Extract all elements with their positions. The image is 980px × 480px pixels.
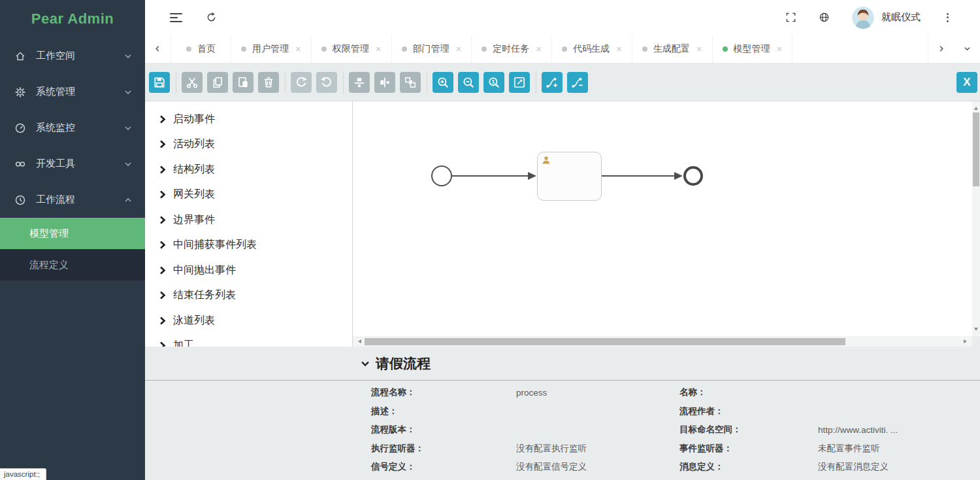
palette-category[interactable]: 泳道列表 bbox=[145, 308, 352, 334]
tab[interactable]: 用户管理 × bbox=[231, 35, 312, 63]
sidebar-item[interactable]: 系统监控 bbox=[0, 110, 145, 146]
tab-list: 首页 用户管理 × 权限管理 × 部门管理 × bbox=[171, 35, 792, 63]
bendpoint-add-icon bbox=[546, 76, 559, 89]
sidebar-item[interactable]: 工作空间 bbox=[0, 38, 145, 74]
palette-category[interactable]: 结构列表 bbox=[145, 157, 352, 182]
tab[interactable]: 部门管理 × bbox=[392, 35, 472, 63]
username: 就眠仪式 bbox=[881, 11, 921, 24]
vertical-scroll-thumb[interactable] bbox=[973, 112, 979, 186]
tab[interactable]: 权限管理 × bbox=[312, 35, 392, 63]
close-designer-button[interactable]: X bbox=[956, 72, 977, 93]
property-value[interactable]: 没有配置执行监听 bbox=[516, 443, 679, 454]
property-value[interactable]: process bbox=[516, 388, 679, 398]
property-row: 描述： 流程作者： bbox=[145, 402, 980, 421]
arrow-right-icon bbox=[159, 241, 166, 249]
tab-close-icon[interactable]: × bbox=[376, 44, 382, 54]
app-logo: Pear Admin bbox=[0, 0, 145, 38]
palette-category[interactable]: 边界事件 bbox=[145, 207, 352, 233]
align-horizontal-button[interactable] bbox=[374, 72, 395, 93]
property-value[interactable]: 未配置事件监听 bbox=[818, 443, 980, 454]
chevron-down-icon bbox=[124, 124, 132, 132]
sidebar-item-label: 工作流程 bbox=[36, 194, 124, 206]
scroll-down-icon[interactable] bbox=[974, 328, 978, 333]
sidebar-subitem[interactable]: 模型管理 bbox=[0, 218, 145, 249]
palette-category[interactable]: 加工 bbox=[145, 334, 352, 347]
property-value[interactable]: 没有配置消息定义 bbox=[818, 461, 980, 473]
scroll-up-icon[interactable] bbox=[974, 105, 978, 110]
user-task-node[interactable] bbox=[537, 152, 602, 201]
align-vertical-button[interactable] bbox=[349, 72, 370, 93]
fullscreen-icon[interactable] bbox=[785, 12, 796, 23]
bpmn-canvas[interactable] bbox=[353, 101, 972, 336]
sidebar-submenu: 模型管理流程定义 bbox=[0, 218, 145, 281]
app-window: Pear Admin 工作空间 系统管理 系统监控 bbox=[0, 0, 980, 480]
tab[interactable]: 模型管理 × bbox=[713, 35, 793, 63]
end-event-node[interactable] bbox=[683, 166, 703, 186]
palette-category[interactable]: 活动列表 bbox=[145, 132, 352, 158]
tabs-scroll-right-button[interactable] bbox=[928, 35, 954, 63]
palette-category[interactable]: 网关列表 bbox=[145, 182, 352, 208]
paste-button[interactable] bbox=[233, 72, 253, 93]
horizontal-scroll-thumb[interactable] bbox=[365, 338, 845, 345]
palette-category[interactable]: 中间捕获事件列表 bbox=[145, 233, 352, 258]
tab[interactable]: 首页 bbox=[171, 35, 231, 63]
property-row: 流程版本： 目标命名空间： http://www.activiti. ... bbox=[145, 420, 980, 439]
save-button[interactable] bbox=[149, 72, 170, 93]
arrow-right-icon bbox=[159, 317, 166, 325]
save-icon bbox=[153, 76, 166, 89]
zoom-actual-button[interactable]: 1 bbox=[483, 72, 504, 93]
palette-category-label: 活动列表 bbox=[173, 137, 215, 151]
language-globe-icon[interactable] bbox=[819, 12, 830, 23]
property-value[interactable]: 没有配置信号定义 bbox=[516, 461, 679, 473]
property-value[interactable]: http://www.activiti. ... bbox=[818, 425, 980, 435]
tab-label: 权限管理 bbox=[333, 43, 369, 55]
toolbar-divider bbox=[176, 71, 176, 94]
zoom-fit-icon bbox=[513, 76, 526, 89]
tab-label: 用户管理 bbox=[252, 43, 289, 55]
palette-category[interactable]: 结束任务列表 bbox=[145, 283, 352, 309]
zoom-fit-button[interactable] bbox=[509, 72, 530, 93]
bendpoint-remove-button[interactable] bbox=[567, 72, 588, 93]
palette-category-label: 中间抛出事件 bbox=[173, 264, 236, 277]
tab-close-icon[interactable]: × bbox=[536, 44, 542, 54]
start-event-node[interactable] bbox=[431, 165, 452, 186]
properties-panel-header[interactable]: 请假流程 bbox=[145, 347, 980, 380]
tab[interactable]: 代码生成 × bbox=[552, 35, 632, 63]
tab-close-icon[interactable]: × bbox=[456, 44, 462, 54]
tabs-scroll-left-button[interactable] bbox=[145, 35, 171, 63]
cut-button[interactable] bbox=[182, 72, 203, 93]
sidebar-item-label: 系统监控 bbox=[36, 122, 124, 134]
refresh-icon[interactable] bbox=[206, 12, 217, 23]
delete-button[interactable] bbox=[258, 72, 279, 93]
chevron-down-icon bbox=[124, 88, 132, 96]
collapse-menu-icon[interactable] bbox=[170, 13, 182, 22]
align-horizontal-icon bbox=[378, 76, 391, 89]
tab-close-icon[interactable]: × bbox=[295, 44, 301, 54]
sidebar-subitem[interactable]: 流程定义 bbox=[0, 249, 145, 281]
zoom-out-button[interactable] bbox=[458, 72, 479, 93]
toolbar-divider bbox=[427, 71, 427, 94]
same-size-button[interactable] bbox=[400, 72, 421, 93]
zoom-in-button[interactable] bbox=[433, 72, 453, 93]
copy-button[interactable] bbox=[207, 72, 228, 93]
tab[interactable]: 生成配置 × bbox=[632, 35, 713, 63]
more-options-icon[interactable] bbox=[943, 10, 953, 25]
tab[interactable]: 定时任务 × bbox=[472, 35, 552, 63]
sidebar-item[interactable]: 开发工具 bbox=[0, 146, 145, 182]
palette-category[interactable]: 启动事件 bbox=[145, 107, 352, 132]
scroll-left-icon[interactable] bbox=[356, 339, 361, 343]
user-menu[interactable]: 就眠仪式 bbox=[852, 7, 921, 29]
sidebar-item[interactable]: 系统管理 bbox=[0, 74, 145, 110]
bendpoint-add-button[interactable] bbox=[542, 72, 563, 93]
palette-category[interactable]: 中间抛出事件 bbox=[145, 258, 352, 283]
undo-button[interactable] bbox=[316, 72, 337, 93]
sidebar-item[interactable]: 工作流程 bbox=[0, 182, 145, 218]
tab-close-icon[interactable]: × bbox=[777, 44, 783, 54]
redo-button[interactable] bbox=[291, 72, 312, 93]
scroll-right-icon[interactable] bbox=[964, 339, 969, 343]
tabs-dropdown-button[interactable] bbox=[954, 35, 980, 63]
canvas-vertical-scrollbar[interactable] bbox=[972, 101, 980, 336]
tab-close-icon[interactable]: × bbox=[616, 44, 622, 54]
canvas-horizontal-scrollbar[interactable] bbox=[353, 336, 972, 347]
tab-close-icon[interactable]: × bbox=[696, 44, 702, 54]
